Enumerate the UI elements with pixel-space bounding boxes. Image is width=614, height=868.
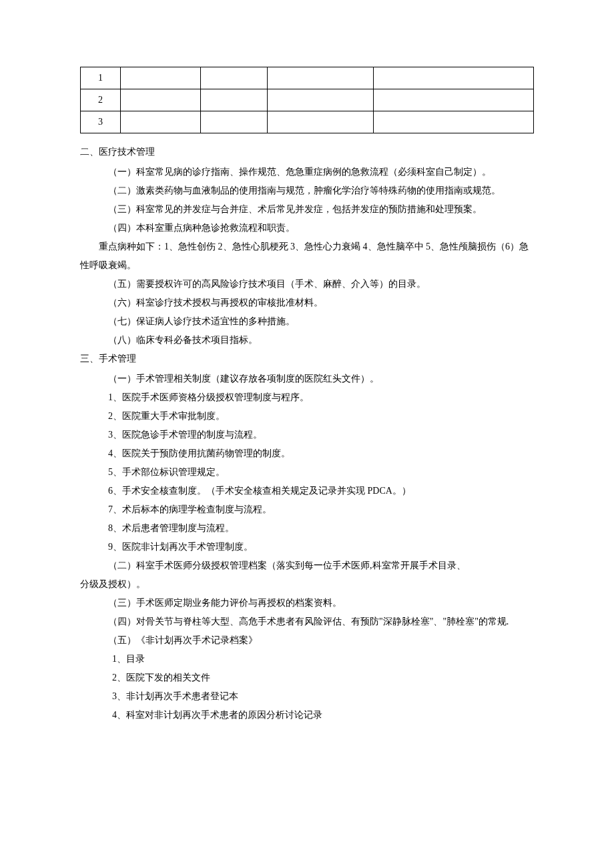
section-2-title: 二、医疗技术管理 — [80, 143, 534, 161]
section-3-title: 三、手术管理 — [80, 350, 534, 368]
sec3-a2-cont: 分级及授权）。 — [80, 575, 534, 594]
sec2-item-1: （一）科室常见病的诊疗指南、操作规范、危急重症病例的急救流程（必须科室自己制定）… — [80, 163, 534, 181]
row-index: 2 — [81, 89, 121, 111]
sec3-a3: （三）手术医师定期业务能力评价与再授权的档案资料。 — [80, 594, 534, 612]
sec3-a1-2: 2、医院重大手术审批制度。 — [80, 407, 534, 426]
sec3-a2: （二）科室手术医师分级授权管理档案（落实到每一位手术医师,科室常开展手术目录、 — [80, 556, 534, 575]
sec3-a1-6: 6、手术安全核查制度。（手术安全核查相关规定及记录并实现 PDCA。） — [80, 482, 534, 500]
sec3-a5-1: 1、目录 — [80, 650, 534, 669]
sec3-a1-4: 4、医院关于预防使用抗菌药物管理的制度。 — [80, 444, 534, 463]
sec2-item-3: （三）科室常见的并发症与合并症、术后常见并发症，包括并发症的预防措施和处理预案。 — [80, 200, 534, 219]
sec3-a1-8: 8、术后患者管理制度与流程。 — [80, 519, 534, 538]
table-row: 2 — [81, 89, 534, 111]
sec3-a1-3: 3、医院急诊手术管理的制度与流程。 — [80, 426, 534, 444]
sec3-a1-9: 9、医院非计划再次手术管理制度。 — [80, 538, 534, 556]
sec2-item-5: （五）需要授权许可的高风险诊疗技术项目（手术、麻醉、介入等）的目录。 — [80, 275, 534, 294]
table-row: 1 — [81, 67, 534, 89]
sec3-a1-1: 1、医院手术医师资格分级授权管理制度与程序。 — [80, 388, 534, 407]
sec3-a1: （一）手术管理相关制度（建议存放各项制度的医院红头文件）。 — [80, 370, 534, 388]
row-index: 3 — [81, 111, 121, 133]
sec2-item-8: （八）临床专科必备技术项目指标。 — [80, 331, 534, 350]
sec3-a5: （五）《非计划再次手术记录档案》 — [80, 631, 534, 650]
numbered-table: 1 2 3 — [80, 67, 534, 133]
sec2-item-2: （二）激素类药物与血液制品的使用指南与规范，肿瘤化学治疗等特殊药物的使用指南或规… — [80, 181, 534, 200]
sec2-item-4-detail: 重点病种如下：1、急性创伤 2、急性心肌梗死 3、急性心力衰竭 4、急性脑卒中 … — [80, 238, 534, 275]
sec3-a5-3: 3、非计划再次手术患者登记本 — [80, 687, 534, 706]
sec2-item-6: （六）科室诊疗技术授权与再授权的审核批准材料。 — [80, 294, 534, 312]
row-index: 1 — [81, 67, 121, 89]
sec3-a5-2: 2、医院下发的相关文件 — [80, 669, 534, 687]
sec3-a5-4: 4、科室对非计划再次手术患者的原因分析讨论记录 — [80, 706, 534, 725]
sec3-a1-7: 7、术后标本的病理学检查制度与流程。 — [80, 500, 534, 519]
table-row: 3 — [81, 111, 534, 133]
sec2-item-7: （七）保证病人诊疗技术适宜性的多种措施。 — [80, 312, 534, 331]
sec3-a4: （四）对骨关节与脊柱等大型、高危手术患者有风险评估、有预防"深静脉栓塞"、"肺栓… — [80, 612, 534, 631]
sec3-a1-5: 5、手术部位标识管理规定。 — [80, 463, 534, 482]
sec2-item-4: （四）本科室重点病种急诊抢救流程和职责。 — [80, 219, 534, 238]
